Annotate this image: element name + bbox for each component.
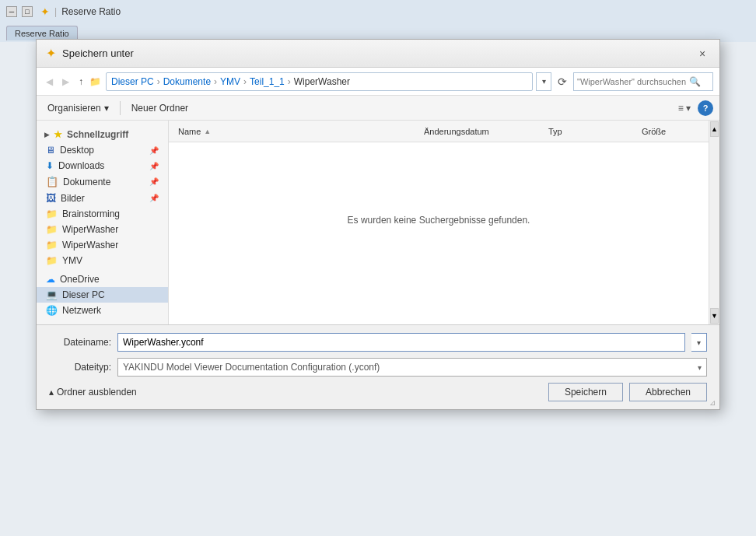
dialog-titlebar: ✦ Speichern unter ×	[37, 40, 719, 68]
maximize-btn[interactable]: □	[22, 6, 33, 17]
breadcrumb-teil[interactable]: Teil_1_1	[250, 76, 285, 87]
breadcrumb-sep-3: ›	[243, 76, 247, 87]
dieser-pc-icon: 💻	[46, 289, 58, 300]
breadcrumb-folder-icon: 📁	[89, 76, 101, 87]
hide-folders-label: Ordner ausblenden	[57, 387, 137, 398]
desktop-icon: 🖥	[46, 145, 55, 156]
scrollbar-track[interactable]: ▲ ▼	[709, 121, 719, 324]
col-name-label: Name	[178, 127, 201, 136]
ymv-folder-icon: 📁	[46, 255, 58, 266]
main-content: ▸ ★ Schnellzugriff 🖥 Desktop 📌 ⬇ Downloa…	[37, 121, 719, 324]
resize-grip[interactable]: ⊿	[707, 397, 718, 408]
pin-icon-desktop: 📌	[149, 146, 159, 155]
file-list-header: Name ▲ Änderungsdatum Typ Größe	[169, 121, 709, 142]
app-titlebar-separator: |	[54, 6, 57, 17]
sidebar-item-wiperwasher-1[interactable]: 📁 WiperWasher	[37, 222, 168, 237]
pics-icon: 🖼	[46, 192, 56, 204]
filetype-arrow-icon: ▾	[698, 363, 702, 372]
breadcrumb-dokumente[interactable]: Dokumente	[163, 76, 211, 87]
bottom-section: Dateiname: ▾ Dateityp: YAKINDU Model Vie…	[37, 324, 719, 409]
cancel-button[interactable]: Abbrechen	[629, 383, 707, 401]
sidebar-ymv-label: YMV	[62, 255, 82, 266]
col-sort-arrow: ▲	[204, 128, 211, 135]
sidebar-item-desktop[interactable]: 🖥 Desktop 📌	[37, 142, 168, 158]
bottom-actions: ▴ Ordner ausblenden Speichern Abbrechen	[49, 383, 707, 401]
wiperwasher2-folder-icon: 📁	[46, 240, 58, 250]
sidebar-dieser-pc-label: Dieser PC	[62, 289, 105, 300]
sidebar-item-wiperwasher-2[interactable]: 📁 WiperWasher	[37, 237, 168, 253]
sidebar-item-onedrive[interactable]: ☁ OneDrive	[37, 272, 168, 287]
minimize-btn[interactable]: ─	[6, 6, 17, 17]
toolbar-left: Organisieren ▾ Neuer Ordner	[43, 100, 193, 116]
breadcrumb[interactable]: Dieser PC › Dokumente › YMV › Teil_1_1 ›…	[106, 72, 533, 91]
breadcrumb-wiperwasher: WiperWasher	[294, 76, 350, 87]
wiperwasher1-folder-icon: 📁	[46, 224, 58, 235]
breadcrumb-dieser-pc[interactable]: Dieser PC	[111, 76, 154, 87]
scrollbar-thumb-area	[709, 138, 719, 307]
docs-icon: 📋	[46, 176, 58, 187]
hide-folders-chevron: ▴	[49, 387, 54, 398]
dialog-close-button[interactable]: ×	[695, 46, 710, 61]
action-buttons: Speichern Abbrechen	[548, 383, 707, 401]
search-box[interactable]: 🔍	[573, 72, 713, 91]
app-tab-label: Reserve Ratio	[61, 6, 121, 17]
sidebar-wiperwasher2-label: WiperWasher	[62, 240, 118, 250]
sidebar-item-dieser-pc[interactable]: 💻 Dieser PC	[37, 287, 168, 303]
save-button[interactable]: Speichern	[548, 383, 623, 401]
sidebar-downloads-label: Downloads	[58, 160, 104, 171]
search-icon: 🔍	[689, 76, 701, 87]
up-button[interactable]: ↑	[75, 75, 86, 89]
quick-access-chevron: ▸	[44, 129, 49, 140]
breadcrumb-dropdown[interactable]: ▾	[536, 72, 551, 91]
dialog-title-left: ✦ Speichern unter	[46, 46, 134, 61]
sidebar-item-downloads[interactable]: ⬇ Downloads 📌	[37, 158, 168, 173]
sidebar-item-netzwerk[interactable]: 🌐 Netzwerk	[37, 303, 168, 318]
app-toolbar-icon: ✦	[40, 5, 50, 18]
sidebar-item-dokumente[interactable]: 📋 Dokumente 📌	[37, 173, 168, 190]
search-input[interactable]	[577, 77, 686, 86]
dialog-title-icon: ✦	[46, 46, 56, 61]
sidebar-onedrive-label: OneDrive	[60, 274, 100, 285]
file-list: Name ▲ Änderungsdatum Typ Größe Es wurde…	[169, 121, 709, 324]
filetype-select[interactable]: YAKINDU Model Viewer Documentation Confi…	[117, 358, 707, 377]
help-button[interactable]: ?	[698, 100, 713, 116]
col-type-label: Typ	[548, 127, 562, 136]
quick-access-header[interactable]: ▸ ★ Schnellzugriff	[37, 127, 168, 142]
sidebar-item-bilder[interactable]: 🖼 Bilder 📌	[37, 190, 168, 206]
filename-label: Dateiname:	[49, 337, 111, 348]
col-header-size[interactable]: Größe	[635, 127, 705, 136]
forward-button[interactable]: ▶	[59, 75, 72, 89]
pin-icon-bilder: 📌	[149, 194, 159, 202]
sidebar-wiperwasher1-label: WiperWasher	[62, 224, 118, 235]
sidebar-item-ymv[interactable]: 📁 YMV	[37, 253, 168, 268]
filename-dropdown[interactable]: ▾	[691, 333, 707, 352]
hide-folders-button[interactable]: ▴ Ordner ausblenden	[49, 387, 137, 398]
organize-button[interactable]: Organisieren ▾	[43, 100, 114, 116]
breadcrumb-sep-2: ›	[214, 76, 217, 87]
filename-row: Dateiname: ▾	[49, 333, 707, 352]
quick-access-star-icon: ★	[54, 129, 62, 140]
col-header-name[interactable]: Name ▲	[172, 127, 418, 136]
file-list-body: Es wurden keine Suchergebnisse gefunden.	[169, 142, 709, 298]
netzwerk-icon: 🌐	[46, 305, 58, 316]
col-header-type[interactable]: Typ	[542, 127, 635, 136]
breadcrumb-ymv[interactable]: YMV	[220, 76, 240, 87]
refresh-button[interactable]: ⟳	[555, 75, 570, 88]
preserve-ratio-tab[interactable]: Reserve Ratio	[6, 26, 78, 40]
filename-input[interactable]	[117, 333, 685, 352]
sidebar-item-brainstorming[interactable]: 📁 Brainstorming	[37, 206, 168, 222]
sidebar-brainstorming-label: Brainstorming	[62, 208, 120, 219]
breadcrumb-sep-1: ›	[157, 76, 160, 87]
scrollbar-down-btn[interactable]: ▼	[710, 308, 719, 324]
save-dialog: ✦ Speichern unter × ◀ ▶ ↑ 📁 Dieser PC › …	[36, 39, 720, 410]
app-titlebar: ─ □ ✦ | Reserve Ratio	[0, 0, 756, 23]
view-button[interactable]: ≡ ▾	[674, 100, 695, 116]
dialog-title-text: Speichern unter	[62, 47, 134, 59]
toolbar-row: Organisieren ▾ Neuer Ordner ≡ ▾ ?	[37, 96, 719, 121]
new-folder-label: Neuer Ordner	[131, 103, 188, 114]
toolbar-right: ≡ ▾ ?	[674, 100, 713, 116]
col-header-date[interactable]: Änderungsdatum	[418, 127, 542, 136]
scrollbar-up-btn[interactable]: ▲	[710, 121, 719, 137]
new-folder-button[interactable]: Neuer Ordner	[127, 100, 193, 116]
back-button[interactable]: ◀	[43, 75, 56, 89]
